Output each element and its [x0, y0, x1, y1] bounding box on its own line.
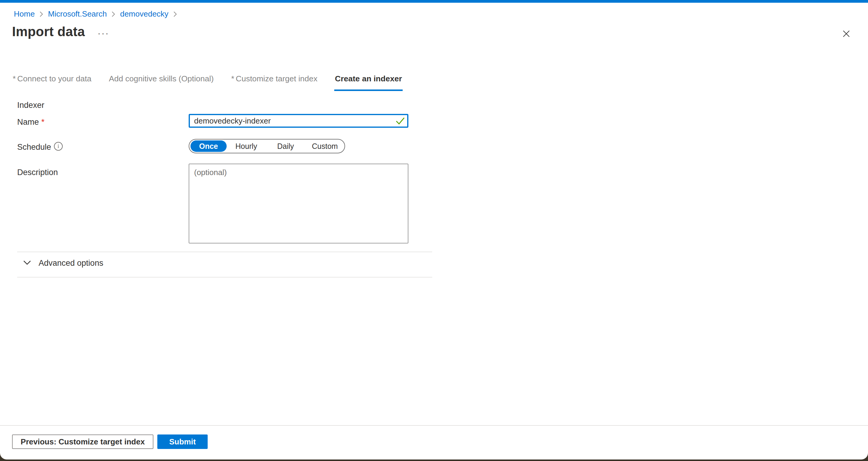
- tab-label: Create an indexer: [335, 74, 402, 83]
- more-options-button[interactable]: ···: [98, 30, 110, 36]
- description-textarea[interactable]: [189, 164, 408, 243]
- tab-create-an-indexer[interactable]: Create an indexer: [334, 74, 402, 91]
- schedule-pill-group: Once Hourly Daily Custom: [189, 139, 345, 153]
- description-label: Description: [17, 168, 58, 177]
- divider: [17, 277, 432, 277]
- wizard-tabs: *Connect to your data Add cognitive skil…: [12, 74, 403, 91]
- chevron-right-icon: [173, 10, 178, 18]
- tab-label: Connect to your data: [17, 74, 91, 83]
- indexer-name-input[interactable]: [189, 114, 408, 128]
- tab-add-cognitive-skills[interactable]: Add cognitive skills (Optional): [108, 74, 214, 91]
- close-icon: [841, 35, 851, 39]
- tab-required-marker: *: [13, 74, 16, 83]
- tab-customize-target-index[interactable]: *Customize target index: [230, 74, 318, 91]
- tab-connect-to-your-data[interactable]: *Connect to your data: [12, 74, 92, 91]
- required-asterisk: *: [41, 118, 44, 127]
- portal-panel: Home Microsoft.Search demovedecky Import…: [0, 0, 868, 460]
- submit-button[interactable]: Submit: [157, 434, 208, 449]
- name-label: Name*: [17, 118, 44, 127]
- name-field-wrapper: [189, 114, 408, 128]
- tab-label: Add cognitive skills (Optional): [109, 74, 214, 83]
- previous-step-button[interactable]: Previous: Customize target index: [12, 434, 153, 449]
- schedule-option-custom[interactable]: Custom: [305, 142, 344, 151]
- tab-label: Customize target index: [236, 74, 317, 83]
- breadcrumb-service-link[interactable]: Microsoft.Search: [48, 9, 107, 19]
- schedule-option-daily[interactable]: Daily: [266, 142, 305, 151]
- page-title: Import data: [12, 24, 85, 39]
- advanced-options-label: Advanced options: [38, 258, 103, 268]
- chevron-right-icon: [39, 10, 44, 18]
- page-header: Import data ···: [12, 24, 110, 39]
- breadcrumb: Home Microsoft.Search demovedecky: [14, 9, 178, 19]
- divider: [17, 252, 432, 252]
- advanced-options-toggle[interactable]: Advanced options: [23, 258, 103, 268]
- schedule-option-hourly[interactable]: Hourly: [227, 142, 266, 151]
- schedule-label: Schedule: [17, 143, 51, 152]
- schedule-option-once[interactable]: Once: [190, 141, 227, 152]
- info-icon[interactable]: i: [54, 142, 63, 151]
- footer-divider: [0, 425, 868, 426]
- tab-required-marker: *: [231, 74, 234, 83]
- azure-top-accent-bar: [0, 0, 868, 3]
- close-button[interactable]: [840, 28, 852, 40]
- indexer-section-title: Indexer: [17, 101, 44, 110]
- chevron-down-icon: [23, 260, 31, 266]
- chevron-right-icon: [111, 10, 116, 18]
- breadcrumb-resource-link[interactable]: demovedecky: [120, 9, 168, 19]
- breadcrumb-home-link[interactable]: Home: [14, 9, 35, 19]
